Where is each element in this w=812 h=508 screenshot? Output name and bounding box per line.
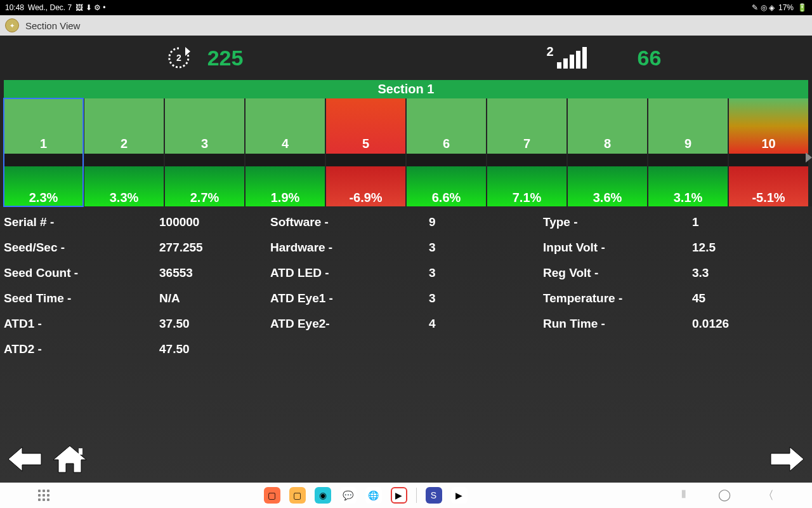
detail-value: 3 [429, 266, 543, 280]
metric-right-value: 66 [638, 46, 662, 70]
detail-label: Seed Count - [4, 266, 159, 280]
refresh-icon[interactable]: 2 [163, 45, 195, 70]
section-cell-percent: 7.1% [487, 166, 566, 206]
status-right-icons: ✎ ◎ ◈ [752, 3, 775, 12]
detail-label: Seed Time - [4, 291, 159, 305]
section-cell-percent: 1.9% [246, 166, 325, 206]
dock-app-1[interactable]: ▢ [264, 487, 280, 504]
svg-marker-2 [8, 447, 41, 471]
android-recents-icon[interactable]: ⦀ [681, 488, 686, 503]
section-cell-4[interactable]: 41.9% [246, 98, 325, 206]
section-cell-1[interactable]: 12.3% [4, 98, 83, 206]
detail-label [270, 342, 429, 356]
section-cell-number: 6 [407, 98, 486, 154]
section-cell-3[interactable]: 32.7% [165, 98, 244, 206]
detail-label: ATD2 - [4, 342, 159, 356]
detail-label: Temperature - [543, 291, 692, 305]
detail-label: ATD Eye2- [270, 317, 429, 331]
section-cell-5[interactable]: 5-6.9% [326, 98, 405, 206]
dock-app-7[interactable]: S [426, 487, 442, 504]
detail-label: Seed/Sec - [4, 241, 159, 255]
section-cell-divider [729, 154, 808, 166]
detail-value [429, 342, 543, 356]
section-cell-percent: 3.1% [648, 166, 728, 206]
detail-value: 1 [692, 215, 775, 229]
section-cell-9[interactable]: 93.1% [648, 98, 728, 206]
dock-app-youtube[interactable]: ▶ [391, 487, 407, 504]
section-cell-2[interactable]: 23.3% [84, 98, 164, 206]
section-cell-number: 9 [648, 98, 728, 154]
dock-app-chrome[interactable]: 🌐 [365, 487, 382, 504]
section-cell-8[interactable]: 83.6% [568, 98, 647, 206]
status-time: 10:48 [5, 3, 24, 12]
section-cell-divider [246, 154, 325, 166]
section-cell-number: 1 [4, 98, 83, 154]
status-notif-icons: 🖼 ⬇ ⚙ • [75, 3, 105, 12]
detail-label: Input Volt - [543, 241, 692, 255]
battery-icon: 🔋 [797, 3, 807, 12]
section-title: Section 1 [4, 80, 808, 98]
detail-value: 36553 [159, 266, 270, 280]
detail-label: Software - [270, 215, 429, 229]
detail-label: Reg Volt - [543, 266, 692, 280]
section-cell-divider [648, 154, 728, 166]
section-cell-divider [568, 154, 647, 166]
home-button[interactable] [51, 443, 89, 478]
detail-value: 3 [429, 241, 543, 255]
section-cell-7[interactable]: 77.1% [487, 98, 566, 206]
section-cell-6[interactable]: 66.6% [407, 98, 486, 206]
section-cell-number: 5 [326, 98, 405, 154]
section-cell-divider [407, 154, 486, 166]
svg-marker-0 [185, 47, 190, 56]
detail-label: ATD LED - [270, 266, 429, 280]
dock-app-3[interactable]: ◉ [315, 487, 331, 504]
top-metrics-row: 2 225 2 66 [0, 36, 812, 80]
section-cell-number: 8 [568, 98, 647, 154]
section-cell-percent: 3.6% [568, 166, 647, 206]
detail-value: 277.255 [159, 241, 270, 255]
section-cell-percent: -6.9% [326, 166, 405, 206]
detail-label: Hardware - [270, 241, 429, 255]
detail-label [543, 342, 692, 356]
signal-icon: 2 [557, 47, 587, 69]
detail-value: 3 [429, 291, 543, 305]
detail-value: 4 [429, 317, 543, 331]
detail-label: Type - [543, 215, 692, 229]
section-cell-divider [84, 154, 164, 166]
section-cell-10[interactable]: 10-5.1% [729, 98, 808, 206]
svg-marker-5 [771, 447, 804, 471]
android-home-icon[interactable]: ◯ [718, 488, 731, 503]
section-cell-percent: 2.3% [4, 166, 83, 206]
svg-text:2: 2 [176, 53, 181, 63]
section-cell-divider [4, 154, 83, 166]
dock-app-2[interactable]: ▢ [289, 487, 306, 504]
section-cell-divider [487, 154, 566, 166]
app-drawer-icon[interactable] [38, 490, 49, 501]
back-button[interactable] [6, 443, 44, 478]
app-logo-icon: ✦ [5, 18, 19, 32]
android-status-bar: 10:48 Wed., Dec. 7 🖼 ⬇ ⚙ • ✎ ◎ ◈ 17% 🔋 [0, 0, 812, 15]
status-date: Wed., Dec. 7 [28, 3, 72, 12]
dock-app-play[interactable]: ▶ [451, 487, 468, 504]
section-cell-number: 10 [729, 98, 808, 154]
forward-button[interactable] [768, 443, 806, 478]
detail-value: 0.0126 [692, 317, 775, 331]
status-battery: 17% [778, 3, 794, 12]
detail-value: N/A [159, 291, 270, 305]
detail-value: 9 [429, 215, 543, 229]
app-title: Section View [25, 20, 80, 31]
dock-app-4[interactable]: 💬 [340, 487, 357, 504]
main-content: 2 225 2 66 Section 1 12.3%23.3%32.7%41.9… [0, 36, 812, 483]
android-back-icon[interactable]: 〈 [763, 488, 774, 503]
scroll-right-hint-icon[interactable] [806, 152, 812, 163]
bottom-nav [0, 438, 812, 483]
detail-value: 47.50 [159, 342, 270, 356]
detail-value: 37.50 [159, 317, 270, 331]
section-cell-divider [326, 154, 405, 166]
section-cell-percent: 6.6% [407, 166, 486, 206]
section-cell-percent: -5.1% [729, 166, 808, 206]
metric-left-value: 225 [207, 46, 244, 70]
detail-value: 100000 [159, 215, 270, 229]
detail-value: 3.3 [692, 266, 775, 280]
section-cell-divider [165, 154, 244, 166]
